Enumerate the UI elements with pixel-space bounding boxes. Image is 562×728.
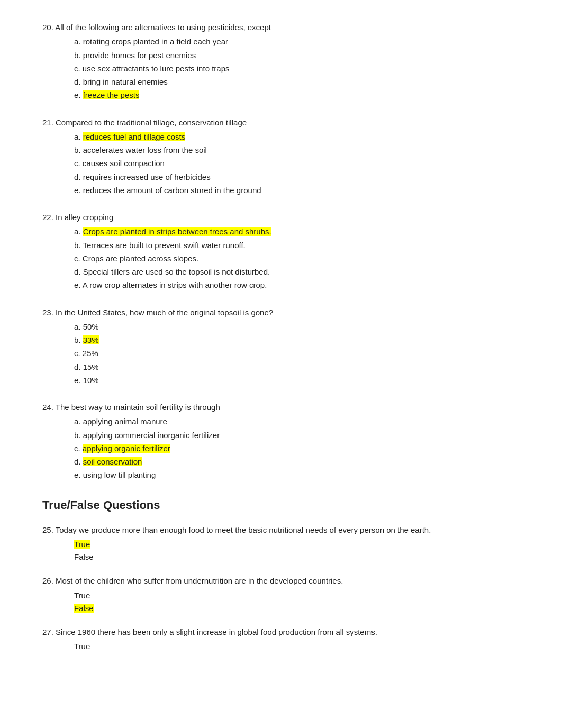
multiple-choice-section: 20. All of the following are alternative… xyxy=(42,21,530,481)
option-item: e. using low till planting xyxy=(74,469,530,481)
option-text: 10% xyxy=(83,376,99,385)
tf-options-26: TrueFalse xyxy=(74,589,530,615)
option-item: b. applying commercial inorganic fertili… xyxy=(74,429,530,441)
option-item: c. use sex attractants to lure pests int… xyxy=(74,62,530,75)
option-item: d. soil conservation xyxy=(74,456,530,468)
option-letter: d. xyxy=(74,172,83,181)
options-list-23: a. 50%b. 33%c. 25%d. 15%e. 10% xyxy=(74,321,530,386)
option-item: d. bring in natural enemies xyxy=(74,76,530,88)
option-letter: a. xyxy=(74,227,83,236)
question-text-22: 22. In alley cropping xyxy=(42,211,530,223)
question-block-22: 22. In alley croppinga. Crops are plante… xyxy=(42,211,530,292)
option-item: d. Special tillers are used so the topso… xyxy=(74,266,530,278)
option-item: d. 15% xyxy=(74,361,530,373)
tf-true-option: True xyxy=(74,538,530,550)
option-text: reduces fuel and tillage costs xyxy=(83,132,185,141)
option-text: causes soil compaction xyxy=(83,159,165,168)
question-text-23: 23. In the United States, how much of th… xyxy=(42,306,530,319)
option-letter: c. xyxy=(74,444,83,453)
option-item: b. accelerates water loss from the soil xyxy=(74,144,530,156)
option-item: e. 10% xyxy=(74,374,530,386)
option-letter: c. xyxy=(74,159,83,168)
option-item: a. Crops are planted in strips between t… xyxy=(74,225,530,238)
option-letter: e. xyxy=(74,470,83,479)
option-item: c. causes soil compaction xyxy=(74,157,530,169)
option-text: Crops are planted in strips between tree… xyxy=(83,227,271,236)
option-text: applying commercial inorganic fertilizer xyxy=(83,431,220,440)
option-text: 33% xyxy=(83,335,99,344)
option-item: c. 25% xyxy=(74,347,530,359)
option-letter: b. xyxy=(74,241,83,250)
option-item: c. applying organic fertilizer xyxy=(74,442,530,454)
question-text-21: 21. Compared to the traditional tillage,… xyxy=(42,116,530,129)
option-letter: e. xyxy=(74,90,83,99)
option-letter: a. xyxy=(74,132,83,141)
option-text: applying organic fertilizer xyxy=(83,444,170,453)
tf-question-text-26: 26. Most of the children who suffer from… xyxy=(42,575,530,587)
option-letter: b. xyxy=(74,145,83,154)
option-letter: c. xyxy=(74,349,83,358)
question-block-24: 24. The best way to maintain soil fertil… xyxy=(42,401,530,481)
tf-question-block-26: 26. Most of the children who suffer from… xyxy=(42,575,530,614)
option-text: 25% xyxy=(83,349,98,358)
option-item: b. Terraces are built to prevent swift w… xyxy=(74,239,530,251)
tf-false-option: False xyxy=(74,602,530,614)
option-letter: b. xyxy=(74,335,83,344)
option-item: e. reduces the amount of carbon stored i… xyxy=(74,184,530,196)
option-letter: c. xyxy=(74,64,83,73)
option-letter: d. xyxy=(74,267,83,276)
option-letter: d. xyxy=(74,362,83,371)
option-text: soil conservation xyxy=(83,457,142,466)
option-text: rotating crops planted in a field each y… xyxy=(83,37,228,46)
tf-true-option: True xyxy=(74,640,530,652)
option-text: Special tillers are used so the topsoil … xyxy=(83,267,270,276)
option-text: applying animal manure xyxy=(83,417,167,426)
option-letter: a. xyxy=(74,417,83,426)
question-text-20: 20. All of the following are alternative… xyxy=(42,21,530,33)
tf-true-option: True xyxy=(74,589,530,602)
options-list-24: a. applying animal manureb. applying com… xyxy=(74,415,530,481)
question-block-20: 20. All of the following are alternative… xyxy=(42,21,530,102)
option-letter: b. xyxy=(74,51,83,60)
option-text: 50% xyxy=(83,322,99,331)
option-text: using low till planting xyxy=(83,470,156,479)
option-text: bring in natural enemies xyxy=(83,77,168,86)
option-letter: c. xyxy=(74,254,83,263)
option-text: requires increased use of herbicides xyxy=(83,172,211,181)
tf-options-27: True xyxy=(74,640,530,652)
question-text-24: 24. The best way to maintain soil fertil… xyxy=(42,401,530,413)
option-letter: e. xyxy=(74,186,83,195)
option-text: Crops are planted across slopes. xyxy=(83,254,198,263)
option-text: 15% xyxy=(83,362,99,371)
tf-section-heading: True/False Questions xyxy=(42,496,530,514)
true-false-section: True/False Questions25. Today we produce… xyxy=(42,496,530,653)
option-item: e. A row crop alternates in strips with … xyxy=(74,279,530,291)
option-item: d. requires increased use of herbicides xyxy=(74,171,530,183)
option-letter: a. xyxy=(74,322,83,331)
option-letter: d. xyxy=(74,457,83,466)
option-letter: a. xyxy=(74,37,83,46)
option-text: provide homes for pest enemies xyxy=(83,51,196,60)
option-item: a. applying animal manure xyxy=(74,415,530,427)
option-item: a. rotating crops planted in a field eac… xyxy=(74,35,530,48)
option-item: a. 50% xyxy=(74,321,530,333)
options-list-21: a. reduces fuel and tillage costsb. acce… xyxy=(74,131,530,196)
tf-question-text-25: 25. Today we produce more than enough fo… xyxy=(42,524,530,536)
option-text: reduces the amount of carbon stored in t… xyxy=(83,186,261,195)
option-letter: b. xyxy=(74,431,83,440)
tf-false-option: False xyxy=(74,551,530,563)
option-item: b. provide homes for pest enemies xyxy=(74,49,530,61)
option-letter: e. xyxy=(74,376,83,385)
option-text: Terraces are built to prevent swift wate… xyxy=(83,241,245,250)
option-item: b. 33% xyxy=(74,334,530,346)
option-item: c. Crops are planted across slopes. xyxy=(74,252,530,265)
option-text: use sex attractants to lure pests into t… xyxy=(83,64,230,73)
option-item: a. reduces fuel and tillage costs xyxy=(74,131,530,143)
question-block-23: 23. In the United States, how much of th… xyxy=(42,306,530,387)
question-block-21: 21. Compared to the traditional tillage,… xyxy=(42,116,530,197)
option-item: e. freeze the pests xyxy=(74,89,530,101)
option-text: freeze the pests xyxy=(83,90,140,99)
option-letter: e. xyxy=(74,280,83,289)
option-text: A row crop alternates in strips with ano… xyxy=(83,280,267,289)
tf-question-block-25: 25. Today we produce more than enough fo… xyxy=(42,524,530,563)
